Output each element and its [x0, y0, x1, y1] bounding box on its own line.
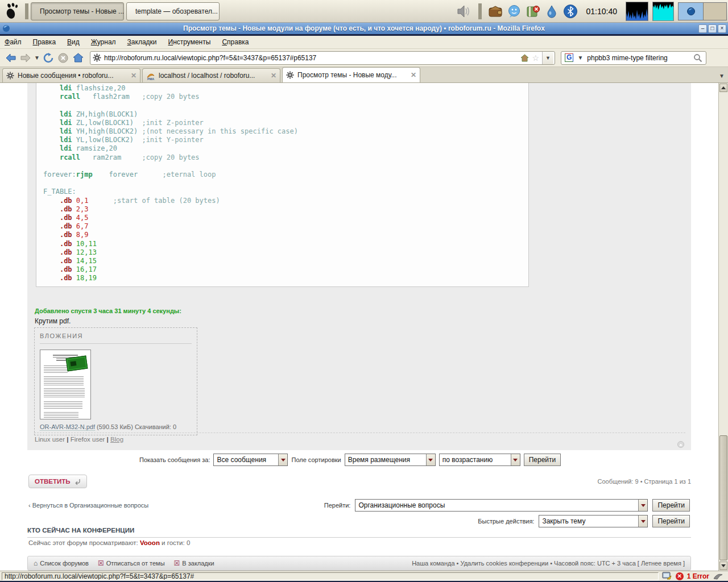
post-text: Крутим pdf.	[35, 317, 71, 325]
menu-edit[interactable]: Правка	[33, 38, 56, 46]
signature-blog-link[interactable]: Blog	[110, 436, 123, 443]
svg-text:PMA: PMA	[147, 77, 154, 80]
back-to-top-icon[interactable]	[677, 441, 684, 448]
select-arrow-icon	[638, 500, 647, 511]
jumpbox-go-button[interactable]: Перейти	[652, 499, 690, 512]
workspace-empty[interactable]	[704, 3, 726, 20]
menu-bookmarks[interactable]: Закладки	[127, 38, 157, 46]
wallet-icon[interactable]	[488, 5, 503, 18]
window-title: Просмотр темы - Новые модули на форуме (…	[0, 24, 728, 32]
menu-file[interactable]: Файл	[5, 38, 22, 46]
urlbar-dropdown[interactable]: ▼	[542, 52, 553, 64]
close-button[interactable]: ×	[718, 24, 726, 33]
attachment-size: (590.53 КиБ)	[97, 423, 133, 430]
sort-field-select[interactable]: Время размещения	[345, 454, 436, 466]
home-outline-icon: ⌂	[34, 559, 38, 567]
error-count[interactable]: 1 Error	[687, 572, 709, 580]
cpu-graph	[626, 2, 648, 21]
sort-direction-select[interactable]: по возрастанию	[439, 454, 520, 466]
volume-icon[interactable]	[456, 4, 472, 19]
display-controls: Показать сообщения за: Все сообщения Пол…	[139, 454, 561, 466]
scrollbar-thumb[interactable]	[719, 435, 727, 560]
bookmark-topic-link[interactable]: ☒ В закладки	[174, 559, 214, 567]
urlbar-home-icon[interactable]	[520, 54, 529, 62]
attachment-thumbnail[interactable]	[40, 350, 91, 419]
tab-label: localhost / localhost / roboforu...	[159, 72, 267, 80]
bookmark-star-icon[interactable]: ☆	[532, 53, 539, 63]
jumpbox-select[interactable]: Организационные вопросы	[355, 499, 648, 512]
gnome-menu-button[interactable]	[1, 1, 23, 22]
scrollbar-down-button[interactable]	[719, 562, 727, 570]
return-to-forum-link[interactable]: ‹ Вернуться в Организационные вопросы	[28, 502, 148, 509]
gnome-panel: Просмотр темы - Новые ... template — обо…	[0, 0, 728, 23]
tab-close-icon[interactable]: ✕	[411, 71, 416, 79]
display-go-button[interactable]: Перейти	[524, 454, 561, 466]
search-box[interactable]: G ▼ phpbb3 mime-type filtering	[561, 51, 706, 65]
menu-tools[interactable]: Инструменты	[168, 38, 211, 46]
vertical-scrollbar[interactable]	[718, 83, 728, 571]
window-titlebar[interactable]: Просмотр темы - Новые модули на форуме (…	[0, 23, 728, 34]
tab-close-icon[interactable]: ✕	[131, 72, 136, 80]
menu-view[interactable]: Вид	[67, 38, 80, 46]
taskbar-window-filemanager[interactable]: template — обозревател...	[126, 2, 220, 20]
error-icon[interactable]: ✕	[676, 572, 684, 580]
search-input[interactable]: phpbb3 mime-type filtering	[587, 54, 690, 62]
home-button[interactable]	[71, 51, 85, 65]
whois-text: Сейчас этот форум просматривают: Vooon и…	[28, 539, 190, 546]
gesture-icon[interactable]	[713, 572, 724, 580]
page-viewport: ldi flashsize,20 rcall flash2ram ;copy 2…	[0, 83, 728, 571]
quickmod-go-button[interactable]: Перейти	[652, 515, 690, 527]
tab-new-messages[interactable]: Новые сообщения • roboforu... ✕	[2, 68, 140, 82]
tab-label: Просмотр темы - Новые моду...	[297, 71, 407, 79]
tab-topic-view[interactable]: Просмотр темы - Новые моду... ✕	[282, 67, 420, 82]
menu-history[interactable]: Журнал	[91, 38, 116, 46]
quickmod-select[interactable]: Закрыть тему	[539, 515, 648, 527]
scrollbar-up-button[interactable]	[719, 84, 727, 92]
reload-button[interactable]	[41, 51, 56, 65]
tab-close-icon[interactable]: ✕	[271, 72, 276, 80]
footer-meta: Наша команда • Удалить cookies конференц…	[412, 560, 685, 567]
page-footer: ⌂ Список форумов ☒ Отписаться от темы ☒ …	[27, 556, 691, 571]
chat-icon[interactable]	[507, 5, 522, 18]
extension-window-icon[interactable]	[662, 572, 672, 580]
phpmyadmin-icon: PMA	[146, 72, 155, 80]
stop-button[interactable]	[56, 51, 71, 65]
unsubscribe-link[interactable]: ☒ Отписаться от темы	[98, 559, 165, 567]
urlbar[interactable]: http://roboforum.ru.local/viewtopic.php?…	[90, 51, 555, 65]
reply-button[interactable]: ОТВЕТИТЬ	[28, 475, 87, 488]
workspace-active[interactable]	[679, 3, 704, 20]
menu-help[interactable]: Справка	[222, 38, 249, 46]
package-icon[interactable]	[526, 5, 540, 18]
status-bar: http://roboforum.ru.local/viewtopic.php?…	[0, 571, 728, 581]
forward-button[interactable]	[18, 51, 33, 65]
tab-list-button[interactable]: ▼	[719, 73, 725, 79]
window-list-handle[interactable]	[25, 3, 28, 19]
minimize-button[interactable]: –	[698, 24, 707, 33]
tab-phpmyadmin[interactable]: PMA localhost / localhost / roboforu... …	[142, 68, 280, 82]
tab-label: Новые сообщения • roboforu...	[18, 72, 127, 80]
search-engine-dropdown[interactable]: ▼	[576, 55, 584, 61]
sort-field-label: Поле сортировки	[291, 456, 341, 463]
back-button[interactable]	[3, 51, 18, 65]
forum-index-link[interactable]: ⌂ Список форумов	[34, 559, 89, 567]
url-input[interactable]: http://roboforum.ru.local/viewtopic.php?…	[104, 54, 518, 62]
screen: Просмотр темы - Новые ... template — обо…	[0, 0, 728, 582]
quickmod-row: Быстрые действия: Закрыть тему Перейти	[478, 515, 690, 527]
show-posts-label: Показать сообщения за:	[139, 456, 210, 463]
maximize-button[interactable]: □	[708, 24, 717, 33]
online-user[interactable]: Vooon	[140, 539, 160, 546]
attachment-link[interactable]: OR-AVR-M32-N.pdf	[40, 423, 95, 431]
show-posts-select[interactable]: Все сообщения	[213, 454, 288, 466]
system-tray: 01:10:40	[456, 2, 727, 21]
water-drop-icon[interactable]	[544, 5, 559, 18]
attachments-box: ВЛОЖЕНИЯ OR-AVR-M32-N.pdf	[34, 327, 197, 435]
bluetooth-icon[interactable]	[563, 4, 578, 19]
workspace-switcher[interactable]	[678, 2, 727, 20]
history-dropdown[interactable]: ▼	[33, 55, 41, 61]
taskbar-window-firefox[interactable]: Просмотр темы - Новые ...	[31, 2, 124, 20]
attachment-file-row: OR-AVR-M32-N.pdf (590.53 КиБ) Скачиваний…	[40, 423, 192, 430]
pcb-photo	[66, 356, 88, 372]
search-icon[interactable]	[693, 53, 702, 63]
clock: 01:10:40	[586, 7, 618, 16]
taskbar-window-label: template — обозревател...	[135, 7, 218, 15]
